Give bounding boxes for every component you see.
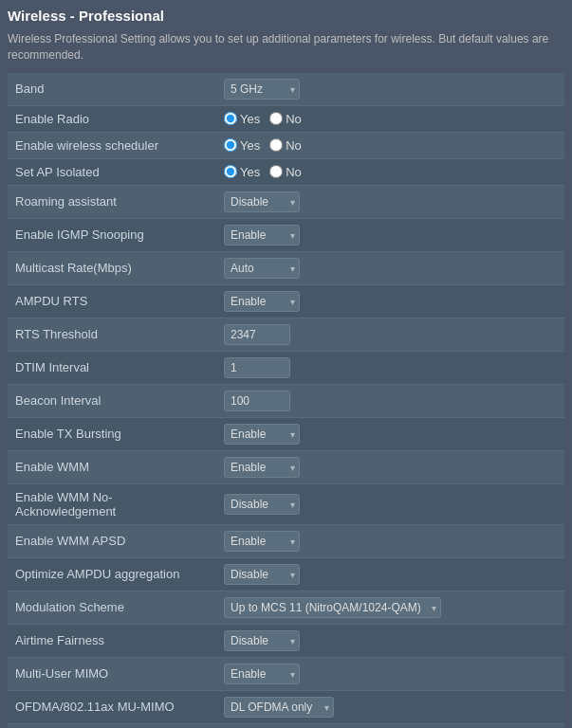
- settings-table: Band2.4 GHz5 GHz6 GHzEnable RadioYesNoEn…: [8, 73, 564, 728]
- table-row: Band2.4 GHz5 GHz6 GHz: [8, 73, 564, 106]
- radio-group-enable-radio[interactable]: YesNo: [224, 112, 557, 126]
- table-row: AMPDU RTSEnableDisable: [8, 284, 564, 318]
- control-ampdu-rts[interactable]: EnableDisable: [216, 284, 564, 318]
- table-row: OFDMA/802.11ax MU-MIMODL OFDMA onlyUL OF…: [8, 690, 564, 723]
- radio-label-enable-radio-yes[interactable]: Yes: [224, 112, 260, 126]
- label-enable-wireless-scheduler: Enable wireless scheduler: [8, 132, 216, 158]
- radio-set-ap-isolated-no[interactable]: [269, 165, 283, 178]
- label-multicast-rate: Multicast Rate(Mbps): [8, 251, 216, 284]
- label-airtime-fairness: Airtime Fairness: [8, 624, 216, 657]
- radio-label-set-ap-isolated-no[interactable]: No: [269, 165, 302, 179]
- control-beacon-interval: [216, 384, 564, 417]
- label-band: Band: [8, 73, 216, 106]
- label-dtim-interval: DTIM Interval: [8, 351, 216, 384]
- input-rts-threshold[interactable]: [224, 324, 290, 345]
- page-description: Wireless Professional Setting allows you…: [8, 31, 564, 64]
- control-enable-radio[interactable]: YesNo: [216, 105, 564, 132]
- radio-enable-radio-no[interactable]: [269, 112, 283, 125]
- label-enable-igmp-snooping: Enable IGMP Snooping: [8, 218, 216, 251]
- control-ofdma-mu-mimo[interactable]: DL OFDMA onlyUL OFDMA onlyDL+UL OFDMADis…: [216, 690, 564, 723]
- select-enable-igmp-snooping[interactable]: EnableDisable: [224, 225, 300, 246]
- select-multicast-rate[interactable]: Auto125.511: [224, 258, 300, 279]
- select-roaming-assistant[interactable]: DisableEnable: [224, 191, 300, 212]
- table-row: 802.11ax/ac BeamformingEnableDisable: [8, 723, 564, 728]
- control-enable-igmp-snooping[interactable]: EnableDisable: [216, 218, 564, 251]
- table-row: Enable WMM No-AcknowledgementDisableEnab…: [8, 483, 564, 524]
- label-ampdu-rts: AMPDU RTS: [8, 284, 216, 318]
- table-row: DTIM Interval: [8, 351, 564, 384]
- table-row: Multicast Rate(Mbps)Auto125.511: [8, 251, 564, 284]
- table-row: Modulation SchemeUp to MCS 11 (NitroQAM/…: [8, 591, 564, 624]
- label-roaming-assistant: Roaming assistant: [8, 185, 216, 218]
- label-modulation-scheme: Modulation Scheme: [8, 591, 216, 624]
- control-multi-user-mimo[interactable]: EnableDisable: [216, 657, 564, 690]
- label-set-ap-isolated: Set AP Isolated: [8, 158, 216, 185]
- table-row: Enable RadioYesNo: [8, 105, 564, 132]
- table-row: Airtime FairnessDisableEnable: [8, 624, 564, 657]
- control-enable-wmm-no-ack[interactable]: DisableEnable: [216, 483, 564, 524]
- select-enable-wmm[interactable]: EnableDisable: [224, 457, 300, 478]
- radio-group-enable-wireless-scheduler[interactable]: YesNo: [224, 138, 557, 153]
- control-enable-wmm[interactable]: EnableDisable: [216, 450, 564, 483]
- control-band[interactable]: 2.4 GHz5 GHz6 GHz: [216, 73, 564, 106]
- table-row: RTS Threshold: [8, 318, 564, 351]
- input-beacon-interval[interactable]: [224, 391, 290, 411]
- select-enable-tx-bursting[interactable]: EnableDisable: [224, 424, 300, 445]
- table-row: Enable WMM APSDEnableDisable: [8, 524, 564, 557]
- page-title: Wireless - Professional: [8, 8, 564, 24]
- label-beacon-interval: Beacon Interval: [8, 384, 216, 417]
- control-roaming-assistant[interactable]: DisableEnable: [216, 185, 564, 218]
- select-optimize-ampdu[interactable]: DisableEnable: [224, 564, 300, 585]
- label-enable-wmm: Enable WMM: [8, 450, 216, 483]
- input-dtim-interval[interactable]: [224, 357, 290, 378]
- label-beamforming: 802.11ax/ac Beamforming: [8, 723, 216, 728]
- control-dtim-interval: [216, 351, 564, 384]
- table-row: Optimize AMPDU aggregationDisableEnable: [8, 557, 564, 591]
- label-enable-wmm-apsd: Enable WMM APSD: [8, 524, 216, 557]
- radio-set-ap-isolated-yes[interactable]: [224, 165, 237, 178]
- control-enable-wmm-apsd[interactable]: EnableDisable: [216, 524, 564, 557]
- table-row: Enable wireless schedulerYesNo: [8, 132, 564, 158]
- table-row: Multi-User MIMOEnableDisable: [8, 657, 564, 690]
- radio-label-enable-wireless-scheduler-yes[interactable]: Yes: [224, 138, 260, 153]
- control-enable-wireless-scheduler[interactable]: YesNo: [216, 132, 564, 158]
- control-multicast-rate[interactable]: Auto125.511: [216, 251, 564, 284]
- control-airtime-fairness[interactable]: DisableEnable: [216, 624, 564, 657]
- table-row: Set AP IsolatedYesNo: [8, 158, 564, 185]
- table-row: Enable WMMEnableDisable: [8, 450, 564, 483]
- control-set-ap-isolated[interactable]: YesNo: [216, 158, 564, 185]
- control-modulation-scheme[interactable]: Up to MCS 11 (NitroQAM/1024-QAM)Up to MC…: [216, 591, 564, 624]
- table-row: Roaming assistantDisableEnable: [8, 185, 564, 218]
- table-row: Enable IGMP SnoopingEnableDisable: [8, 218, 564, 251]
- select-enable-wmm-apsd[interactable]: EnableDisable: [224, 531, 300, 552]
- label-enable-radio: Enable Radio: [8, 105, 216, 132]
- label-enable-wmm-no-ack: Enable WMM No-Acknowledgement: [8, 483, 216, 524]
- control-rts-threshold: [216, 318, 564, 351]
- radio-enable-wireless-scheduler-yes[interactable]: [224, 138, 237, 152]
- control-beamforming[interactable]: EnableDisable: [216, 723, 564, 728]
- label-optimize-ampdu: Optimize AMPDU aggregation: [8, 557, 216, 591]
- select-ampdu-rts[interactable]: EnableDisable: [224, 291, 300, 312]
- control-enable-tx-bursting[interactable]: EnableDisable: [216, 417, 564, 450]
- radio-label-enable-wireless-scheduler-no[interactable]: No: [269, 138, 302, 153]
- select-multi-user-mimo[interactable]: EnableDisable: [224, 664, 300, 684]
- control-optimize-ampdu[interactable]: DisableEnable: [216, 557, 564, 591]
- table-row: Enable TX BurstingEnableDisable: [8, 417, 564, 450]
- select-ofdma-mu-mimo[interactable]: DL OFDMA onlyUL OFDMA onlyDL+UL OFDMADis…: [224, 697, 334, 718]
- radio-label-enable-radio-no[interactable]: No: [269, 112, 302, 126]
- radio-enable-wireless-scheduler-no[interactable]: [269, 138, 283, 152]
- label-enable-tx-bursting: Enable TX Bursting: [8, 417, 216, 450]
- label-rts-threshold: RTS Threshold: [8, 318, 216, 351]
- label-multi-user-mimo: Multi-User MIMO: [8, 657, 216, 690]
- radio-group-set-ap-isolated[interactable]: YesNo: [224, 165, 557, 179]
- select-modulation-scheme[interactable]: Up to MCS 11 (NitroQAM/1024-QAM)Up to MC…: [224, 597, 441, 618]
- table-row: Beacon Interval: [8, 384, 564, 417]
- select-airtime-fairness[interactable]: DisableEnable: [224, 630, 300, 651]
- label-ofdma-mu-mimo: OFDMA/802.11ax MU-MIMO: [8, 690, 216, 723]
- select-band[interactable]: 2.4 GHz5 GHz6 GHz: [224, 79, 300, 100]
- radio-enable-radio-yes[interactable]: [224, 112, 237, 125]
- radio-label-set-ap-isolated-yes[interactable]: Yes: [224, 165, 260, 179]
- select-enable-wmm-no-ack[interactable]: DisableEnable: [224, 494, 300, 515]
